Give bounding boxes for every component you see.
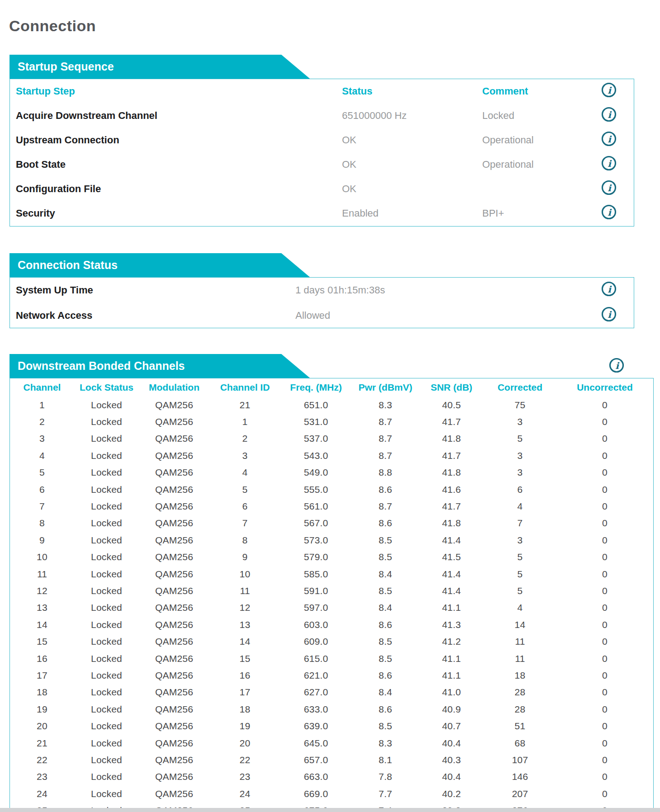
cell-channel: 6 <box>10 481 74 498</box>
cell-freq: 543.0 <box>280 447 351 464</box>
info-icon[interactable]: i <box>601 131 617 147</box>
cell-channel-id: 12 <box>209 600 280 616</box>
cell-corrected: 7 <box>484 515 556 532</box>
cell-uncorrected: 0 <box>556 718 653 734</box>
cell-channel: 15 <box>10 633 74 650</box>
downstream-channel-row: 11 Locked QAM256 10 585.0 8.4 41.4 5 0 <box>10 566 653 582</box>
cell-lock-status: Locked <box>74 515 139 532</box>
startup-sequence-banner: Startup Sequence <box>9 55 310 79</box>
row-info-cell: i <box>584 201 634 226</box>
connection-status-label: Network Access <box>10 303 295 328</box>
connection-status-section: Connection Status System Up Time 1 days … <box>9 253 634 328</box>
svg-text:i: i <box>608 207 612 218</box>
cell-pwr: 8.7 <box>351 430 419 447</box>
row-info-cell: i <box>584 303 634 328</box>
cell-channel-id: 13 <box>209 616 280 633</box>
info-icon[interactable]: i <box>601 155 617 171</box>
column-header-freq: Freq. (MHz) <box>280 378 351 397</box>
cell-channel-id: 15 <box>209 650 280 667</box>
downstream-channel-row: 17 Locked QAM256 16 621.0 8.6 41.1 18 0 <box>10 667 653 684</box>
cell-channel: 12 <box>10 582 74 599</box>
cell-corrected: 107 <box>484 751 556 768</box>
cell-modulation: QAM256 <box>139 481 209 498</box>
info-icon[interactable]: i <box>601 179 617 196</box>
cell-snr: 41.1 <box>419 600 484 616</box>
cell-snr: 41.0 <box>419 684 484 701</box>
startup-step-status: OK <box>342 152 482 177</box>
cell-modulation: QAM256 <box>139 413 209 430</box>
cell-lock-status: Locked <box>74 633 139 650</box>
info-icon[interactable]: i <box>601 281 617 297</box>
cell-modulation: QAM256 <box>139 430 209 447</box>
cell-channel-id: 24 <box>209 785 280 802</box>
info-icon[interactable]: i <box>601 82 617 98</box>
cell-snr: 40.3 <box>419 751 484 768</box>
startup-step-label: Configuration File <box>10 177 342 201</box>
cell-freq: 645.0 <box>280 735 351 751</box>
cell-lock-status: Locked <box>74 582 139 599</box>
column-header-lock-status: Lock Status <box>74 378 139 397</box>
cell-corrected: 3 <box>484 464 556 481</box>
downstream-channel-row: 4 Locked QAM256 3 543.0 8.7 41.7 3 0 <box>10 447 653 464</box>
cell-modulation: QAM256 <box>139 667 209 684</box>
cell-modulation: QAM256 <box>139 633 209 650</box>
row-info-cell: i <box>584 152 634 177</box>
downstream-channel-row: 13 Locked QAM256 12 597.0 8.4 41.1 4 0 <box>10 600 653 616</box>
cell-freq: 555.0 <box>280 481 351 498</box>
cell-channel: 9 <box>10 532 74 548</box>
row-info-cell: i <box>584 128 634 152</box>
cell-uncorrected: 0 <box>556 532 653 548</box>
column-header-channel: Channel <box>10 378 74 397</box>
bottom-scroll-strip[interactable] <box>0 808 660 812</box>
info-icon[interactable]: i <box>608 357 625 373</box>
info-icon[interactable]: i <box>601 106 617 123</box>
cell-corrected: 3 <box>484 532 556 548</box>
cell-snr: 40.7 <box>419 718 484 734</box>
cell-corrected: 14 <box>484 616 556 633</box>
column-header-uncorrected: Uncorrected <box>556 378 653 397</box>
cell-channel: 14 <box>10 616 74 633</box>
downstream-table-box: Channel Lock Status Modulation Channel I… <box>9 378 654 812</box>
info-icon[interactable]: i <box>601 204 617 220</box>
cell-channel: 22 <box>10 751 74 768</box>
cell-lock-status: Locked <box>74 413 139 430</box>
startup-step-status: Enabled <box>342 201 482 226</box>
cell-channel-id: 2 <box>209 430 280 447</box>
cell-modulation: QAM256 <box>139 684 209 701</box>
cell-freq: 627.0 <box>280 684 351 701</box>
downstream-channel-row: 16 Locked QAM256 15 615.0 8.5 41.1 11 0 <box>10 650 653 667</box>
startup-step-status: 651000000 Hz <box>342 104 482 128</box>
cell-pwr: 8.6 <box>351 701 419 718</box>
cell-snr: 41.4 <box>419 566 484 582</box>
cell-modulation: QAM256 <box>139 650 209 667</box>
connection-status-row: System Up Time 1 days 01h:15m:38s i <box>10 278 634 303</box>
cell-modulation: QAM256 <box>139 532 209 548</box>
cell-freq: 603.0 <box>280 616 351 633</box>
cell-channel-id: 14 <box>209 633 280 650</box>
startup-step-label: Acquire Downstream Channel <box>10 104 342 128</box>
cell-lock-status: Locked <box>74 464 139 481</box>
cell-channel-id: 19 <box>209 718 280 734</box>
startup-step-label: Upstream Connection <box>10 128 342 152</box>
cell-lock-status: Locked <box>74 751 139 768</box>
cell-uncorrected: 0 <box>556 430 653 447</box>
column-header-startup-step: Startup Step <box>10 79 342 104</box>
connection-status-banner-label: Connection Status <box>18 259 118 271</box>
cell-modulation: QAM256 <box>139 600 209 616</box>
cell-pwr: 8.6 <box>351 515 419 532</box>
startup-step-label: Boot State <box>10 152 342 177</box>
row-info-cell: i <box>584 104 634 128</box>
info-icon[interactable]: i <box>601 306 617 322</box>
cell-freq: 657.0 <box>280 751 351 768</box>
cell-channel: 3 <box>10 430 74 447</box>
cell-lock-status: Locked <box>74 701 139 718</box>
startup-step-comment <box>482 177 584 201</box>
cell-modulation: QAM256 <box>139 701 209 718</box>
cell-corrected: 3 <box>484 413 556 430</box>
cell-pwr: 7.7 <box>351 785 419 802</box>
cell-corrected: 11 <box>484 633 556 650</box>
downstream-bonded-channels-section: Downstream Bonded Channels i Channel Loc… <box>9 354 654 812</box>
column-header-comment: Comment <box>482 79 584 104</box>
downstream-channel-row: 9 Locked QAM256 8 573.0 8.5 41.4 3 0 <box>10 532 653 548</box>
downstream-channel-row: 5 Locked QAM256 4 549.0 8.8 41.8 3 0 <box>10 464 653 481</box>
